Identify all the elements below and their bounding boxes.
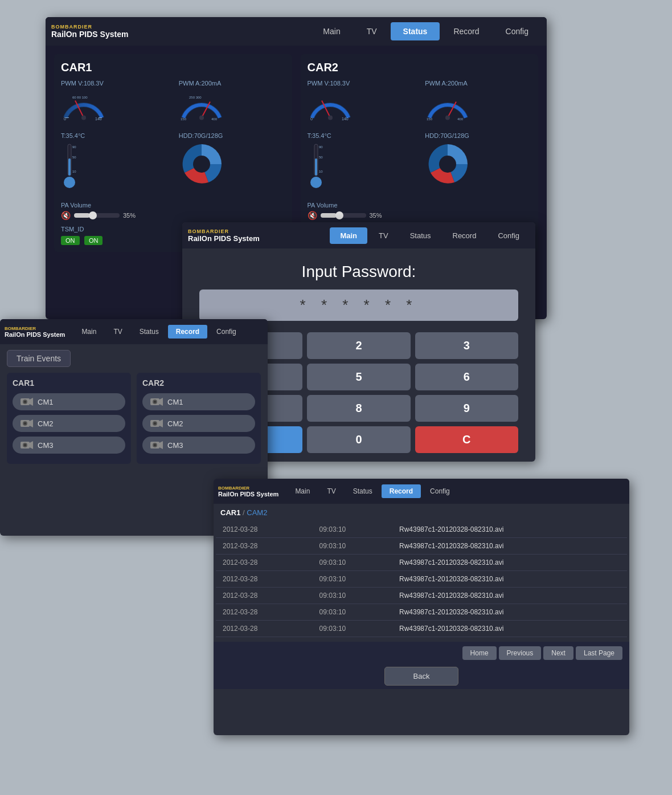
train-tab-config[interactable]: Config <box>208 325 244 339</box>
car1-metrics-row2: T:35.4°C 90 50 10 HDD:70G/128G <box>61 132 285 195</box>
car2-temp-label: T:35.4°C <box>308 132 414 139</box>
car2-speaker-icon: 🔇 <box>308 211 317 220</box>
record-date-1: 2012-03-28 <box>216 538 313 555</box>
svg-text:60 80 100: 60 80 100 <box>72 96 88 99</box>
rec-tab-main[interactable]: Main <box>287 484 318 498</box>
pw-key-9[interactable]: 9 <box>415 395 518 422</box>
record-row-0[interactable]: 2012-03-28 09:03:10 Rw43987c1-20120328-0… <box>216 521 627 538</box>
status-tab-tv[interactable]: TV <box>354 22 390 40</box>
train-brand-name: RailOn PIDS System <box>5 331 65 338</box>
svg-text:150: 150 <box>181 117 187 121</box>
svg-point-3 <box>81 116 86 120</box>
rec-tab-tv[interactable]: TV <box>319 484 343 498</box>
train-car2-cm3-btn[interactable]: CM3 <box>142 437 255 454</box>
train-car1-title: CAR1 <box>13 378 125 388</box>
record-lastpage-btn[interactable]: Last Page <box>576 646 622 660</box>
pw-tab-config[interactable]: Config <box>487 227 530 244</box>
train-nav-tabs: Main TV Status Record Config <box>73 325 244 339</box>
pw-key-3[interactable]: 3 <box>415 332 518 359</box>
car2-pa-label: PA Volume <box>308 202 532 209</box>
car2-temp: T:35.4°C 90 50 10 <box>308 132 414 195</box>
train-car1-cm2-btn[interactable]: CM2 <box>13 415 125 432</box>
car1-pa-slider-row: 🔇 35% <box>61 211 285 220</box>
pw-tab-main[interactable]: Main <box>330 227 367 244</box>
record-row-4[interactable]: 2012-03-28 09:03:10 Rw43987c1-20120328-0… <box>216 588 627 604</box>
car1-tsm-on2-btn[interactable]: ON <box>84 236 103 245</box>
pw-key-clear[interactable]: C <box>415 426 518 453</box>
car1-metrics-row1: PWM V:108.3V <box>61 80 285 125</box>
train-tab-main[interactable]: Main <box>73 325 104 339</box>
status-tab-status[interactable]: Status <box>391 22 440 40</box>
record-row-2[interactable]: 2012-03-28 09:03:10 Rw43987c1-20120328-0… <box>216 555 627 571</box>
record-row-5[interactable]: 2012-03-28 09:03:10 Rw43987c1-20120328-0… <box>216 604 627 621</box>
record-previous-btn[interactable]: Previous <box>499 646 542 660</box>
pw-key-2[interactable]: 2 <box>307 332 410 359</box>
record-row-1[interactable]: 2012-03-28 09:03:10 Rw43987c1-20120328-0… <box>216 538 627 555</box>
pw-key-6[interactable]: 6 <box>415 364 518 390</box>
train-events-button[interactable]: Train Events <box>7 350 71 367</box>
car1-tsm-on-btn[interactable]: ON <box>61 236 80 245</box>
svg-point-18 <box>193 156 210 173</box>
car1-pa-slider[interactable] <box>74 213 120 218</box>
car2-pa-slider[interactable] <box>321 213 366 218</box>
train-car2-cm1-btn[interactable]: CM1 <box>142 393 255 410</box>
record-date-0: 2012-03-28 <box>216 521 313 538</box>
car2-hdd-label: HDD:70G/128G <box>425 132 531 139</box>
car1-hdd-chart <box>179 141 224 187</box>
camera-icon <box>21 397 33 406</box>
train-tab-status[interactable]: Status <box>132 325 167 339</box>
rec-tab-record[interactable]: Record <box>382 484 421 498</box>
record-next-btn[interactable]: Next <box>543 646 573 660</box>
record-home-btn[interactable]: Home <box>462 646 497 660</box>
car1-pwm-a-label: PWM A:200mA <box>179 80 285 87</box>
pw-tab-tv[interactable]: TV <box>368 227 399 244</box>
train-car2-cm2-label: CM2 <box>167 419 183 428</box>
status-brand-name: RailOn PIDS System <box>51 30 148 39</box>
record-back-btn[interactable]: Back <box>384 667 459 686</box>
svg-rect-13 <box>68 158 71 176</box>
svg-text:140: 140 <box>342 117 349 121</box>
pw-tab-record[interactable]: Record <box>442 227 487 244</box>
train-tab-tv[interactable]: TV <box>105 325 130 339</box>
record-date-2: 2012-03-28 <box>216 555 313 571</box>
rec-tab-config[interactable]: Config <box>422 484 458 498</box>
record-row-6[interactable]: 2012-03-28 09:03:10 Rw43987c1-20120328-0… <box>216 621 627 637</box>
record-row-3[interactable]: 2012-03-28 09:03:10 Rw43987c1-20120328-0… <box>216 571 627 588</box>
camera-icon <box>21 419 33 428</box>
status-tab-config[interactable]: Config <box>493 22 541 40</box>
train-car1-cm1-btn[interactable]: CM1 <box>13 393 125 410</box>
svg-point-53 <box>154 422 156 425</box>
svg-point-29 <box>310 177 322 188</box>
record-nav-tabs: Main TV Status Record Config <box>287 484 457 498</box>
record-date-6: 2012-03-28 <box>216 621 313 637</box>
rec-tab-status[interactable]: Status <box>345 484 380 498</box>
svg-point-8 <box>199 116 204 120</box>
car2-pwm-a: PWM A:200mA 150 400 <box>425 80 531 125</box>
car2-metrics-row1: PWM V:108.3V 0 140 PWM A:200mA <box>308 80 532 125</box>
train-car2-cm3-label: CM3 <box>167 441 183 450</box>
train-car1-cm1-label: CM1 <box>38 398 53 406</box>
pw-key-0[interactable]: 0 <box>307 426 410 453</box>
svg-rect-28 <box>315 158 317 176</box>
status-tab-main[interactable]: Main <box>310 22 353 40</box>
status-tab-record[interactable]: Record <box>441 22 491 40</box>
svg-point-20 <box>328 116 333 120</box>
status-brand: BOMBARDIER RailOn PIDS System <box>51 24 148 39</box>
camera-icon <box>150 397 163 406</box>
pw-key-5[interactable]: 5 <box>307 364 410 390</box>
train-car2-cm2-btn[interactable]: CM2 <box>142 415 255 432</box>
svg-point-49 <box>154 401 156 403</box>
car2-pa-area: PA Volume 🔇 35% <box>308 202 532 220</box>
train-car1-cm3-btn[interactable]: CM3 <box>13 437 125 454</box>
svg-point-45 <box>24 444 26 446</box>
train-tab-record[interactable]: Record <box>168 325 207 339</box>
camera-icon <box>21 441 33 450</box>
pw-key-8[interactable]: 8 <box>307 395 410 422</box>
camera-icon <box>150 419 163 428</box>
svg-text:90: 90 <box>72 145 76 149</box>
car2-pa-pct: 35% <box>370 212 382 219</box>
svg-text:140: 140 <box>95 117 102 121</box>
svg-point-37 <box>24 401 26 403</box>
pw-tab-status[interactable]: Status <box>400 227 441 244</box>
car2-pwm-a-gauge: 150 400 <box>425 89 470 123</box>
